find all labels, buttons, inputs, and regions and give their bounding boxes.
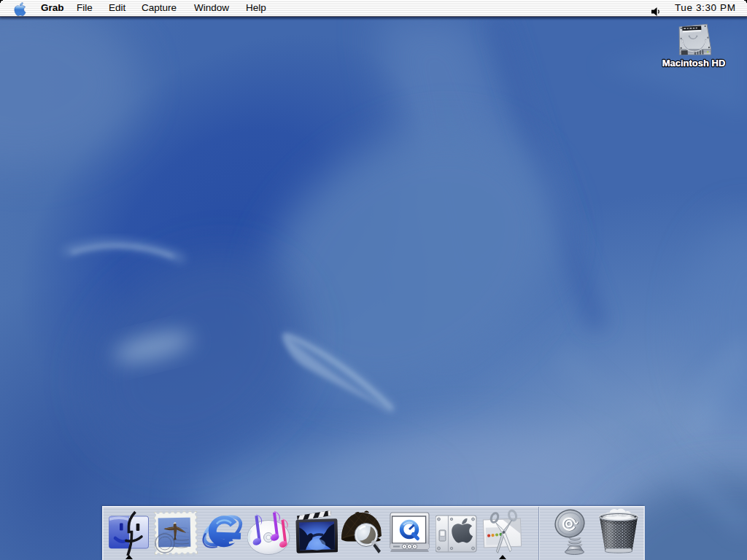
svg-text:Macintosh HD: Macintosh HD <box>662 58 726 69</box>
